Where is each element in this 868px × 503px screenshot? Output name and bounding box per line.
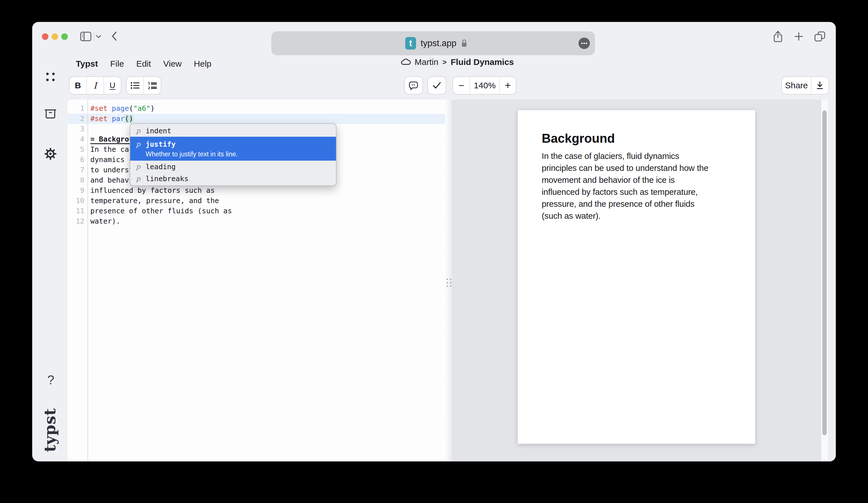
line-code: water). xyxy=(84,216,120,227)
storage-box-icon[interactable] xyxy=(44,108,57,119)
preview-scrollbar-thumb[interactable] xyxy=(823,111,827,435)
line-number: 3 xyxy=(68,124,84,134)
gear-icon[interactable] xyxy=(44,148,56,160)
address-bar[interactable]: t typst.app xyxy=(271,31,595,55)
download-button[interactable] xyxy=(812,77,828,94)
code-token: "a6" xyxy=(133,104,151,113)
line-number: 5 xyxy=(68,144,84,155)
menu-item-help[interactable]: Help xyxy=(194,59,211,69)
code-token: ( xyxy=(129,104,133,113)
site-favicon: t xyxy=(405,37,416,50)
breadcrumb-separator: > xyxy=(442,58,447,67)
param-label: justify xyxy=(146,140,176,148)
menu-item-view[interactable]: View xyxy=(163,59,182,69)
code-token: temperature, pressure, and the xyxy=(90,197,219,205)
breadcrumb-workspace[interactable]: Martin xyxy=(415,57,438,67)
drag-handle-icon[interactable] xyxy=(446,279,451,287)
tab-overview-icon[interactable] xyxy=(814,31,826,42)
comment-icon xyxy=(409,81,418,90)
comment-button[interactable] xyxy=(405,77,422,94)
zoom-control-group: − 140% + xyxy=(453,76,516,95)
format-button-group: B I U xyxy=(69,76,121,95)
param-description: Whether to justify text in its line. xyxy=(146,150,331,158)
bullet-list-button[interactable] xyxy=(126,77,144,94)
autocomplete-list: pindentpjustifyWhether to justify text i… xyxy=(130,125,336,185)
comment-button-group xyxy=(404,76,423,95)
page-text-line: (such as water). xyxy=(542,210,709,222)
back-arrow-icon[interactable] xyxy=(111,32,117,41)
chevron-down-icon[interactable] xyxy=(96,35,101,38)
typst-logo: typst xyxy=(42,401,58,459)
editor-line-12[interactable]: 12water). xyxy=(68,216,445,227)
code-token: presence of other fluids (such as xyxy=(90,207,232,215)
code-token: page xyxy=(112,104,129,113)
editor-line-2[interactable]: 2#set par() xyxy=(68,114,445,124)
lock-icon xyxy=(461,39,467,48)
gutter-separator xyxy=(87,100,88,461)
share-button[interactable]: Share xyxy=(782,77,812,94)
check-button-group xyxy=(427,76,446,95)
line-number: 10 xyxy=(68,196,84,206)
line-number: 2 xyxy=(68,114,84,124)
line-number: 1 xyxy=(68,103,84,114)
code-token: #set xyxy=(90,115,107,123)
line-number: 9 xyxy=(68,186,84,196)
minimize-window-button[interactable] xyxy=(52,33,58,40)
autocomplete-item-leading[interactable]: pleading xyxy=(130,161,336,172)
breadcrumb[interactable]: Martin > Fluid Dynamics xyxy=(401,57,514,67)
autocomplete-item-linebreaks[interactable]: plinebreaks xyxy=(130,172,336,185)
sidebar-toggle-icon[interactable] xyxy=(80,32,92,41)
autocomplete-dropdown: pindentpjustifyWhether to justify text i… xyxy=(130,123,337,186)
code-token: #set xyxy=(90,104,107,113)
autocomplete-item-row: pindent xyxy=(135,125,331,137)
numbered-list-button[interactable]: 1 2 xyxy=(144,77,161,94)
list-button-group: 1 2 xyxy=(126,76,161,95)
screenshot-stage: t typst.app xyxy=(0,0,868,503)
code-token: ) xyxy=(151,104,155,113)
editor-line-11[interactable]: 11presence of other fluids (such as xyxy=(68,206,445,216)
line-number: 11 xyxy=(68,206,84,216)
code-token: par xyxy=(112,115,125,123)
zoom-in-button[interactable]: + xyxy=(500,77,516,94)
autocomplete-item-justify[interactable]: pjustifyWhether to justify text in its l… xyxy=(130,137,336,161)
autocomplete-item-indent[interactable]: pindent xyxy=(130,125,336,137)
page-text-line: pressure, and the presence of other flui… xyxy=(542,198,709,210)
menu-item-edit[interactable]: Edit xyxy=(136,59,151,69)
param-label: indent xyxy=(146,127,171,135)
grid-dots-icon[interactable] xyxy=(46,73,55,81)
param-prefix: p xyxy=(135,127,142,135)
italic-button[interactable]: I xyxy=(87,77,104,94)
check-button[interactable] xyxy=(428,77,446,94)
preview-edge-strip xyxy=(828,100,836,461)
zoom-window-button[interactable] xyxy=(61,33,68,40)
line-number: 4 xyxy=(68,134,84,144)
line-code: temperature, pressure, and the xyxy=(84,196,219,206)
editor-line-1[interactable]: 1#set page("a6") xyxy=(68,103,445,114)
editor-line-10[interactable]: 10temperature, pressure, and the xyxy=(68,196,445,206)
download-icon xyxy=(816,81,824,90)
underline-button[interactable]: U xyxy=(104,77,121,94)
param-label: leading xyxy=(146,163,176,171)
url-text: typst.app xyxy=(421,38,456,49)
pane-divider[interactable] xyxy=(445,100,452,461)
bold-button[interactable]: B xyxy=(70,77,87,94)
menu-item-typst[interactable]: Typst xyxy=(76,59,98,69)
close-window-button[interactable] xyxy=(42,33,49,40)
line-code: presence of other fluids (such as xyxy=(84,206,232,216)
line-code: #set par() xyxy=(84,114,133,124)
help-icon[interactable]: ? xyxy=(47,373,54,387)
zoom-level[interactable]: 140% xyxy=(470,77,500,94)
zoom-out-button[interactable]: − xyxy=(453,77,470,94)
code-token: water). xyxy=(90,217,120,225)
menu-item-file[interactable]: File xyxy=(110,59,124,69)
ellipsis-icon[interactable] xyxy=(578,38,590,49)
new-tab-icon[interactable] xyxy=(794,32,803,41)
line-number: 8 xyxy=(68,175,84,186)
autocomplete-item-row: plinebreaks xyxy=(135,172,331,185)
share-button-group: Share xyxy=(781,76,829,95)
param-label: linebreaks xyxy=(146,175,189,183)
chrome-divider xyxy=(94,32,94,41)
svg-text:2: 2 xyxy=(148,86,150,90)
share-upload-icon[interactable] xyxy=(773,31,783,42)
editor-line-9[interactable]: 9influenced by factors such as xyxy=(68,186,445,196)
